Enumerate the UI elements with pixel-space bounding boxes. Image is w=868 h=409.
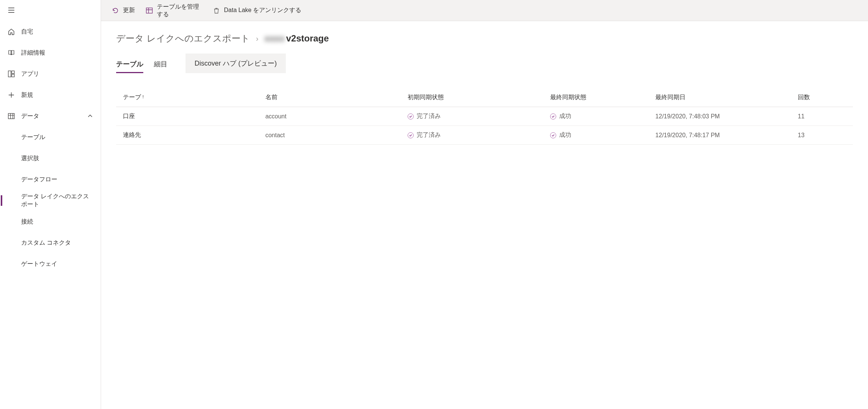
tab-tables[interactable]: テーブル (116, 56, 143, 73)
chevron-right-icon: › (256, 34, 259, 43)
sidebar-item-label: 新規 (21, 91, 93, 99)
cell-count: 11 (791, 107, 853, 126)
breadcrumb-current: xxxxv2storage (264, 33, 329, 44)
linked-tables-table: テーブ↑ 名前 初期同期状態 最終同期状態 最終同期日 回数 口座 accoun… (116, 88, 853, 145)
cell-name: account (259, 107, 401, 126)
table-manage-icon (146, 7, 153, 14)
refresh-button[interactable]: 更新 (112, 0, 135, 21)
sidebar-sub-gateways[interactable]: ゲートウェイ (0, 253, 101, 274)
refresh-icon (112, 7, 119, 14)
cell-table: 口座 (116, 107, 259, 126)
sidebar-item-learn[interactable]: 詳細情報 (0, 42, 101, 63)
tab-label: Discover ハブ (プレビュー) (195, 60, 277, 67)
cell-table: 連絡先 (116, 126, 259, 145)
tab-label: 細目 (154, 60, 167, 68)
table-icon (8, 112, 15, 120)
sidebar-sub-label: テーブル (21, 133, 45, 141)
cell-last-sync-state: 成功 (543, 107, 649, 126)
sidebar-sub-tables[interactable]: テーブル (0, 127, 101, 148)
breadcrumb-current-text: v2storage (286, 33, 329, 44)
col-name[interactable]: 名前 (259, 88, 401, 107)
hamburger-button[interactable] (0, 0, 101, 21)
tabs: テーブル 細目 Discover ハブ (プレビュー) (116, 54, 853, 73)
tab-label: テーブル (116, 60, 143, 68)
sidebar-sub-connections[interactable]: 接続 (0, 211, 101, 232)
trash-icon (213, 7, 220, 14)
svg-rect-2 (12, 74, 14, 77)
apps-icon (8, 70, 15, 78)
col-initial-sync[interactable]: 初期同期状態 (401, 88, 543, 107)
sidebar-sub-label: ゲートウェイ (21, 260, 57, 268)
cell-initial-sync: 完了済み (401, 126, 543, 145)
main: 更新 テーブルを管理する Data Lake をアンリンクする データ レイクへ… (101, 0, 868, 409)
book-icon (8, 49, 15, 57)
sidebar-item-home[interactable]: 自宅 (0, 21, 101, 42)
table-row[interactable]: 口座 account 完了済み 成功 (116, 107, 853, 126)
check-circle-icon (408, 113, 414, 119)
sidebar-item-label: アプリ (21, 70, 93, 78)
manage-tables-label: テーブルを管理する (157, 3, 202, 17)
breadcrumb-parent[interactable]: データ レイクへのエクスポート (116, 32, 250, 44)
sidebar-sub-label: 選択肢 (21, 155, 39, 162)
cell-count: 13 (791, 126, 853, 145)
sidebar-item-data[interactable]: データ (0, 106, 101, 127)
svg-rect-1 (12, 71, 14, 74)
chevron-up-icon (87, 113, 93, 119)
cell-last-sync-state: 成功 (543, 126, 649, 145)
breadcrumb: データ レイクへのエクスポート › xxxxv2storage (116, 32, 853, 44)
sidebar-sub-choices[interactable]: 選択肢 (0, 148, 101, 169)
hamburger-icon (8, 6, 15, 15)
manage-tables-button[interactable]: テーブルを管理する (146, 0, 202, 21)
svg-rect-0 (8, 71, 11, 77)
sidebar-sub-dataflows[interactable]: データフロー (0, 169, 101, 190)
col-last-sync-state[interactable]: 最終同期状態 (543, 88, 649, 107)
svg-rect-3 (8, 113, 14, 119)
col-table[interactable]: テーブ↑ (116, 88, 259, 107)
home-icon (8, 28, 15, 35)
check-circle-icon (550, 113, 556, 119)
sidebar-item-apps[interactable]: アプリ (0, 63, 101, 84)
cell-name: contact (259, 126, 401, 145)
sort-asc-icon: ↑ (142, 93, 144, 100)
content: データ レイクへのエクスポート › xxxxv2storage テーブル 細目 … (101, 21, 868, 156)
sidebar: 自宅 詳細情報 アプリ 新規 データ (0, 0, 101, 409)
col-count[interactable]: 回数 (791, 88, 853, 107)
tab-details[interactable]: 細目 (154, 56, 167, 73)
check-circle-icon (550, 132, 556, 138)
tab-discover-hub[interactable]: Discover ハブ (プレビュー) (186, 54, 286, 73)
breadcrumb-current-prefix: xxxx (264, 33, 286, 44)
unlink-label: Data Lake をアンリンクする (224, 6, 301, 14)
unlink-button[interactable]: Data Lake をアンリンクする (213, 0, 301, 21)
sidebar-item-create[interactable]: 新規 (0, 84, 101, 106)
cell-last-sync-date: 12/19/2020, 7:48:17 PM (649, 126, 791, 145)
refresh-label: 更新 (123, 6, 135, 14)
sidebar-sub-label: データ レイクへのエクスポート (21, 193, 95, 208)
sidebar-sub-label: 接続 (21, 218, 33, 226)
table-row[interactable]: 連絡先 contact 完了済み 成功 (116, 126, 853, 145)
sidebar-sub-label: カスタム コネクタ (21, 239, 71, 247)
table-header-row: テーブ↑ 名前 初期同期状態 最終同期状態 最終同期日 回数 (116, 88, 853, 107)
sidebar-item-label: 自宅 (21, 28, 93, 36)
sidebar-item-label: データ (21, 112, 81, 120)
cell-initial-sync: 完了済み (401, 107, 543, 126)
cell-last-sync-date: 12/19/2020, 7:48:03 PM (649, 107, 791, 126)
check-circle-icon (408, 132, 414, 138)
sidebar-sub-label: データフロー (21, 176, 57, 184)
svg-rect-4 (146, 8, 152, 13)
sidebar-sub-export-datalake[interactable]: データ レイクへのエクスポート (0, 190, 101, 211)
sidebar-item-label: 詳細情報 (21, 49, 93, 57)
toolbar: 更新 テーブルを管理する Data Lake をアンリンクする (101, 0, 868, 21)
sidebar-sub-custom-connectors[interactable]: カスタム コネクタ (0, 232, 101, 253)
col-last-sync-date[interactable]: 最終同期日 (649, 88, 791, 107)
plus-icon (8, 91, 15, 99)
